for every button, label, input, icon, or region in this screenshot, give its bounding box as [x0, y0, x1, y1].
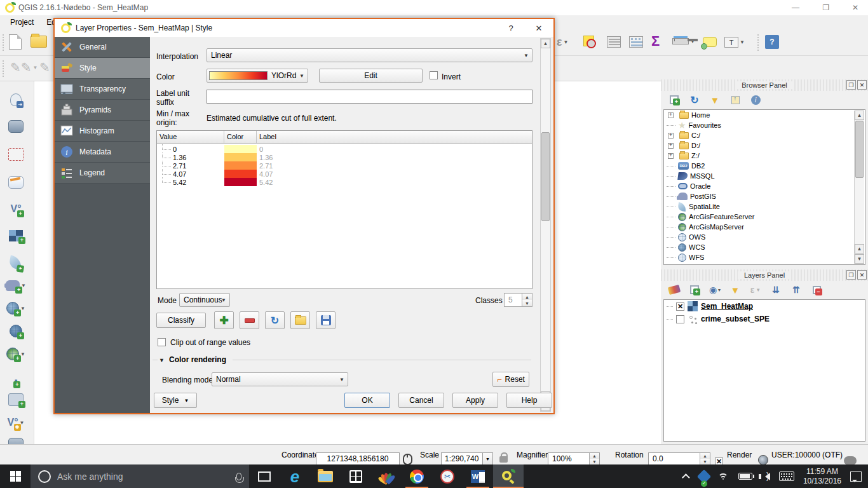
start-button[interactable]: [0, 464, 31, 488]
float-panel-icon[interactable]: ❐: [846, 80, 856, 90]
add-postgis-layer-button[interactable]: +▼: [5, 276, 27, 295]
dialog-close-button[interactable]: ✕: [529, 20, 548, 36]
browser-item-db2[interactable]: DB2DB2: [664, 161, 865, 171]
dialog-titlebar[interactable]: Layer Properties - Sem_HeatMap | Style: [55, 19, 553, 37]
taskbar-search[interactable]: Ask me anything: [31, 464, 249, 488]
load-min-max-button[interactable]: ↻: [265, 311, 285, 329]
scroll-up-icon[interactable]: ▲: [855, 111, 864, 120]
filter-browser-button[interactable]: ▼: [708, 93, 722, 107]
taskbar-file-explorer[interactable]: [310, 464, 341, 488]
keyboard-icon[interactable]: [779, 471, 794, 481]
tab-transparency[interactable]: Transparency: [55, 79, 150, 100]
add-group-button[interactable]: +: [688, 283, 702, 297]
minimize-button[interactable]: —: [783, 0, 808, 15]
taskbar-word[interactable]: W: [463, 464, 493, 488]
taskbar-snipping-tool[interactable]: ✂: [432, 464, 463, 488]
statistical-summary-button[interactable]: Σ: [651, 33, 660, 50]
close-panel-icon[interactable]: ✕: [857, 80, 867, 90]
collapse-all-button[interactable]: ↑: [728, 93, 742, 107]
task-view-button[interactable]: [249, 464, 280, 488]
action-center-icon[interactable]: [850, 471, 862, 482]
current-edits-button[interactable]: ✎✎▼: [10, 60, 37, 75]
text-annotation-button[interactable]: T▼: [724, 37, 745, 48]
layer-name[interactable]: crime_subset_SPE: [701, 315, 770, 323]
apply-button[interactable]: Apply: [452, 393, 498, 408]
color-map-row[interactable]: 5.425.42: [157, 178, 532, 186]
browser-tree-scrollbar[interactable]: ▲ ▲ ▼: [854, 111, 864, 264]
color-swatch[interactable]: [224, 170, 257, 178]
select-by-expression-button[interactable]: ε▼: [557, 36, 568, 49]
cancel-button[interactable]: Cancel: [398, 393, 444, 408]
color-swatch[interactable]: [224, 161, 257, 170]
open-project-button[interactable]: [31, 36, 47, 48]
taskbar-nbc[interactable]: [371, 464, 402, 488]
classes-spinbox[interactable]: 5 ▲▼: [504, 293, 532, 307]
scroll-down-icon[interactable]: ▼: [855, 254, 864, 264]
browser-item-c-drive[interactable]: C:/: [664, 130, 865, 140]
column-color[interactable]: Color: [224, 131, 257, 143]
gps-tools-button[interactable]: [5, 117, 27, 136]
microphone-icon[interactable]: [236, 473, 241, 480]
load-color-map-button[interactable]: [290, 311, 310, 329]
messages-icon[interactable]: [844, 456, 857, 465]
color-ramp-combobox[interactable]: YlOrRd ▼: [207, 69, 308, 83]
browser-panel-titlebar[interactable]: Browser Panel ❐ ✕: [661, 79, 868, 91]
tab-pyramids[interactable]: Pyramids: [55, 100, 150, 121]
mouse-tracking-icon[interactable]: [403, 454, 412, 465]
toolbar-grip[interactable]: [757, 34, 761, 51]
save-color-map-button[interactable]: [316, 311, 336, 329]
mode-combobox[interactable]: Continuous▼: [179, 293, 230, 307]
new-project-button[interactable]: [9, 34, 22, 50]
field-calculator-button[interactable]: [629, 36, 643, 48]
magnifier-spinbox[interactable]: 100% ▲▼: [548, 452, 600, 465]
blending-mode-combobox[interactable]: Normal▼: [212, 372, 348, 386]
expand-icon[interactable]: [668, 143, 674, 149]
taskbar-store[interactable]: [341, 464, 371, 488]
new-virtual-layer-button[interactable]: V°❄▼: [5, 413, 27, 432]
scroll-thumb[interactable]: [541, 132, 550, 221]
interpolation-combobox[interactable]: Linear▼: [207, 48, 532, 62]
crs-status-label[interactable]: USER:100000 (OTF): [771, 445, 843, 465]
tab-style[interactable]: Style: [55, 58, 150, 79]
coordinate-input[interactable]: 1271348,1856180: [316, 452, 400, 465]
restore-button[interactable]: ❐: [813, 0, 839, 15]
layer-row-sem-heatmap[interactable]: Sem_HeatMap: [664, 300, 865, 313]
properties-widget-button[interactable]: i: [749, 93, 763, 107]
volume-icon[interactable]: [761, 473, 770, 480]
measure-button[interactable]: ▼: [672, 38, 695, 44]
expand-icon[interactable]: [668, 133, 674, 139]
scroll-up-icon[interactable]: ▲: [855, 244, 864, 254]
taskbar-chrome[interactable]: [402, 464, 432, 488]
new-shapefile-layer-button[interactable]: +: [5, 390, 27, 409]
close-button[interactable]: ✕: [843, 0, 868, 15]
tab-general[interactable]: General: [55, 37, 150, 58]
browser-item-d-drive[interactable]: D:/: [664, 140, 865, 151]
browser-item-postgis[interactable]: PostGIS: [664, 191, 865, 201]
expand-icon[interactable]: [668, 153, 674, 159]
toolbar-grip[interactable]: [3, 34, 6, 51]
browser-item-favourites[interactable]: ★Favourites: [664, 120, 865, 130]
float-panel-icon[interactable]: ❐: [846, 270, 856, 280]
browser-item-ows[interactable]: OWS: [664, 232, 865, 242]
layer-styling-button[interactable]: [667, 283, 681, 297]
taskbar-qgis[interactable]: [493, 464, 524, 488]
browser-item-home[interactable]: Home: [664, 110, 865, 120]
add-entry-button[interactable]: ✚: [214, 311, 234, 329]
color-swatch[interactable]: [224, 153, 257, 161]
scroll-up-icon[interactable]: ▲: [541, 39, 550, 48]
collapse-group-icon[interactable]: ▼: [159, 357, 165, 363]
topology-checker-button[interactable]: [5, 145, 27, 164]
column-value[interactable]: Value: [157, 131, 224, 143]
invert-checkbox[interactable]: [430, 71, 438, 79]
help-button[interactable]: Help: [506, 393, 552, 408]
browser-item-arcgisfeatureserver[interactable]: ArcGisFeatureServer: [664, 212, 865, 222]
manage-visibility-button[interactable]: ◉▾: [708, 283, 722, 297]
node-tool-button[interactable]: ⇥: [5, 90, 27, 109]
layer-visibility-checkbox[interactable]: [676, 302, 684, 311]
add-delimited-text-layer-button[interactable]: ,+: [5, 367, 27, 386]
expand-all-button[interactable]: ⇊: [769, 283, 783, 297]
browser-item-arcgismapserver[interactable]: ArcGisMapServer: [664, 222, 865, 232]
battery-icon[interactable]: [738, 473, 752, 480]
browser-item-wcs[interactable]: WCS: [664, 242, 865, 252]
add-oracle-layer-button[interactable]: +: [5, 322, 27, 341]
